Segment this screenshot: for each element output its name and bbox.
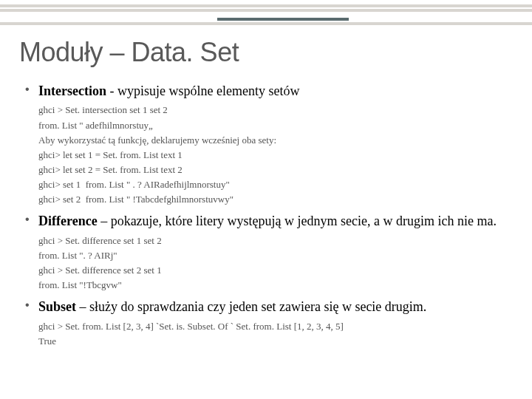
code-line: from. List ". ? AIRj" xyxy=(38,248,519,263)
code-line: True xyxy=(38,334,519,349)
decorative-top-bar xyxy=(0,4,532,22)
bullet-intersection: Intersection - wypisuje wspólne elementy… xyxy=(22,83,519,207)
code-line: from. List "!Tbcgvw" xyxy=(38,278,519,293)
code-line: ghci> let set 2 = Set. from. List text 2 xyxy=(38,163,519,177)
code-line: ghci > Set. from. List [2, 3, 4] `Set. i… xyxy=(38,319,519,334)
bullet-subset: Subset – służy do sprawdzania czy jeden … xyxy=(22,299,519,349)
slide-title: Moduły – Data. Set xyxy=(19,37,239,68)
code-line: ghci > Set. difference set 2 set 1 xyxy=(38,263,519,278)
code-line: from. List " adefhilmnorstuy„ xyxy=(38,118,519,133)
bullet-difference: Difference – pokazuje, które litery wyst… xyxy=(22,213,519,293)
code-line: ghci > Set. intersection set 1 set 2 xyxy=(38,103,519,117)
code-line: ghci > Set. difference set 1 set 2 xyxy=(38,233,519,248)
code-line: ghci> set 2 from. List " !Tabcdefghilmno… xyxy=(38,192,519,207)
slide-body: Intersection - wypisuje wspólne elementy… xyxy=(22,83,519,355)
code-line: ghci> let set 1 = Set. from. List text 1 xyxy=(38,148,519,163)
code-line: ghci> set 1 from. List " . ? AIRadefhijl… xyxy=(38,177,519,192)
code-line: Aby wykorzystać tą funkcję, deklarujemy … xyxy=(38,133,519,148)
